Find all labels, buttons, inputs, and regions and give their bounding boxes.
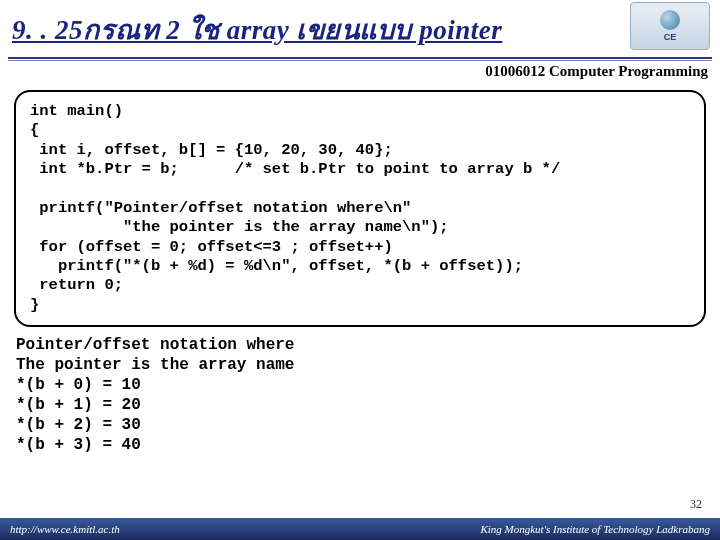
divider-top — [8, 57, 712, 59]
slide-number: 32 — [690, 497, 702, 512]
output-block: Pointer/offset notation where The pointe… — [14, 333, 706, 457]
footer-institution: King Mongkut's Institute of Technology L… — [480, 523, 710, 535]
course-label: 01006012 Computer Programming — [0, 61, 720, 86]
slide-header: 9. . 25กรณท 2 ใช array เขยนแบบ pointer C… — [0, 0, 720, 55]
logo-text-top: CE — [664, 32, 677, 42]
slide-title: 9. . 25กรณท 2 ใช array เขยนแบบ pointer — [12, 8, 708, 51]
code-block: int main() { int i, offset, b[] = {10, 2… — [14, 90, 706, 327]
logo-badge: CE — [630, 2, 710, 50]
footer-bar: http://www.ce.kmitl.ac.th King Mongkut's… — [0, 518, 720, 540]
footer-url: http://www.ce.kmitl.ac.th — [10, 523, 120, 535]
globe-icon — [660, 10, 680, 30]
